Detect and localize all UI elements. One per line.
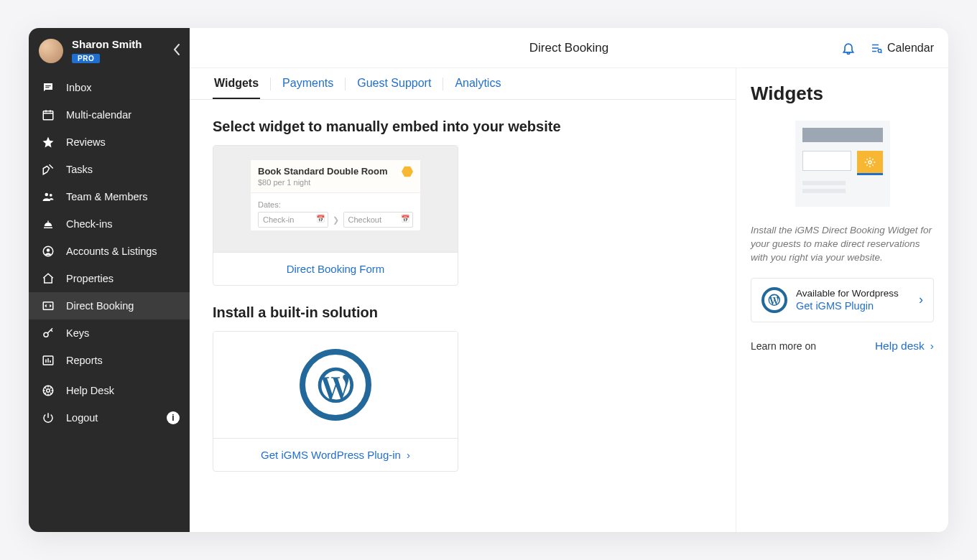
sidebar-item-team[interactable]: Team & Members — [29, 183, 190, 210]
user-circle-icon — [40, 245, 56, 258]
widget-room-title: Book Standard Double Room — [258, 166, 388, 177]
chevron-right-icon: › — [919, 292, 923, 307]
power-icon — [40, 411, 56, 424]
tab-analytics[interactable]: Analytics — [453, 68, 502, 99]
sidebar-item-label: Inbox — [66, 82, 91, 93]
svg-point-8 — [44, 332, 48, 337]
sidebar-item-checkins[interactable]: Check-ins — [29, 210, 190, 238]
collapse-sidebar-icon[interactable] — [173, 44, 180, 55]
app-window: Sharon Smith PRO Inbox Multi-calendar — [29, 28, 948, 532]
sidebar-footer: Help Desk Logout i — [29, 377, 190, 526]
sidebar-item-help-desk[interactable]: Help Desk — [29, 377, 190, 404]
tab-widgets[interactable]: Widgets — [213, 68, 260, 99]
checkout-input: Checkout — [343, 212, 414, 228]
sidebar-item-logout[interactable]: Logout i — [29, 404, 190, 431]
sidebar-item-multi-calendar[interactable]: Multi-calendar — [29, 101, 190, 129]
chart-icon — [40, 354, 56, 367]
code-widget-icon — [40, 299, 56, 312]
key-icon — [40, 327, 56, 340]
info-icon[interactable]: i — [167, 411, 180, 424]
wordpress-plugin-link-card[interactable]: Available for Wordpress Get iGMS Plugin … — [751, 278, 934, 322]
sidebar-item-label: Reviews — [66, 136, 106, 148]
chevron-right-icon: ❯ — [333, 215, 339, 225]
wp-get-plugin-link: Get iGMS Plugin — [796, 300, 910, 312]
hex-icon — [402, 166, 413, 177]
sidebar: Sharon Smith PRO Inbox Multi-calendar — [29, 28, 190, 532]
calendar-search-icon — [870, 42, 883, 55]
svg-point-11 — [47, 389, 50, 393]
calendar-link[interactable]: Calendar — [870, 42, 934, 55]
sidebar-item-label: Multi-calendar — [66, 109, 131, 121]
sidebar-item-label: Keys — [66, 327, 89, 339]
sidebar-item-label: Logout — [66, 412, 98, 424]
pro-badge: PRO — [72, 54, 100, 63]
house-icon — [40, 272, 56, 285]
widget-card[interactable]: Book Standard Double Room $80 per 1 nigh… — [213, 145, 458, 286]
svg-rect-0 — [45, 85, 51, 86]
help-desk-link[interactable]: Help desk › — [875, 340, 934, 353]
chevron-right-icon: › — [930, 340, 934, 353]
svg-rect-1 — [45, 87, 49, 88]
sidebar-nav: Inbox Multi-calendar Reviews Tasks — [29, 74, 190, 374]
svg-point-4 — [50, 194, 52, 197]
tabs: Widgets Payments Guest Support Analytics — [190, 68, 736, 100]
checkin-input: Check-in — [258, 212, 328, 228]
plugin-card[interactable]: Get iGMS WordPress Plug-in › — [213, 331, 458, 472]
main-content: Direct Booking Calendar Widgets Paym — [190, 28, 948, 532]
sidebar-item-accounts[interactable]: Accounts & Listings — [29, 238, 190, 265]
sidebar-item-label: Reports — [66, 355, 103, 366]
chat-icon — [40, 81, 56, 94]
section-install-title: Install a built-in solution — [213, 304, 713, 321]
people-icon — [40, 190, 56, 203]
sidebar-item-reports[interactable]: Reports — [29, 347, 190, 374]
right-panel-desc: Install the iGMS Direct Booking Widget f… — [751, 224, 934, 265]
bell-service-icon — [40, 218, 56, 230]
widget-room-price: $80 per 1 night — [258, 178, 388, 187]
svg-point-13 — [869, 161, 871, 164]
right-panel: Widgets Install the iGMS Direct Booking … — [736, 68, 948, 532]
wordpress-icon — [761, 287, 787, 313]
wp-available-label: Available for Wordpress — [796, 288, 910, 299]
learn-more-label: Learn more on — [751, 340, 816, 352]
wordpress-icon — [300, 349, 371, 421]
sidebar-item-tasks[interactable]: Tasks — [29, 156, 190, 183]
topbar: Direct Booking Calendar — [190, 28, 948, 68]
sidebar-item-keys[interactable]: Keys — [29, 319, 190, 347]
user-name: Sharon Smith — [72, 38, 142, 51]
calendar-label: Calendar — [887, 42, 934, 55]
svg-point-6 — [47, 248, 50, 252]
section-embed-title: Select widget to manually embed into you… — [213, 118, 713, 135]
sidebar-item-inbox[interactable]: Inbox — [29, 74, 190, 101]
sidebar-header: Sharon Smith PRO — [29, 28, 190, 71]
chevron-right-icon: › — [407, 449, 410, 461]
sidebar-item-label: Tasks — [66, 164, 93, 175]
plugin-card-footer[interactable]: Get iGMS WordPress Plug-in › — [213, 438, 458, 471]
broom-icon — [40, 163, 56, 176]
sidebar-item-label: Accounts & Listings — [66, 246, 157, 257]
notifications-icon[interactable] — [841, 41, 856, 55]
sidebar-item-label: Check-ins — [66, 218, 112, 230]
sidebar-item-properties[interactable]: Properties — [29, 265, 190, 292]
gear-icon — [857, 151, 883, 175]
sidebar-item-direct-booking[interactable]: Direct Booking — [29, 292, 190, 319]
svg-point-3 — [45, 193, 49, 197]
tab-payments[interactable]: Payments — [281, 68, 335, 99]
avatar[interactable] — [39, 39, 63, 63]
widget-card-footer[interactable]: Direct Booking Form — [213, 252, 458, 285]
sidebar-item-label: Direct Booking — [66, 300, 134, 312]
help-icon — [40, 384, 56, 397]
sidebar-item-reviews[interactable]: Reviews — [29, 129, 190, 156]
tab-guest-support[interactable]: Guest Support — [356, 68, 432, 99]
svg-rect-2 — [43, 111, 53, 120]
dates-label: Dates: — [258, 200, 413, 209]
page-title: Direct Booking — [529, 41, 609, 55]
calendar-icon — [40, 108, 56, 121]
right-panel-title: Widgets — [751, 83, 934, 105]
widget-illustration — [795, 121, 890, 207]
sidebar-item-label: Help Desk — [66, 385, 114, 396]
sidebar-item-label: Team & Members — [66, 191, 148, 202]
sidebar-item-label: Properties — [66, 273, 114, 284]
star-icon — [40, 136, 56, 149]
